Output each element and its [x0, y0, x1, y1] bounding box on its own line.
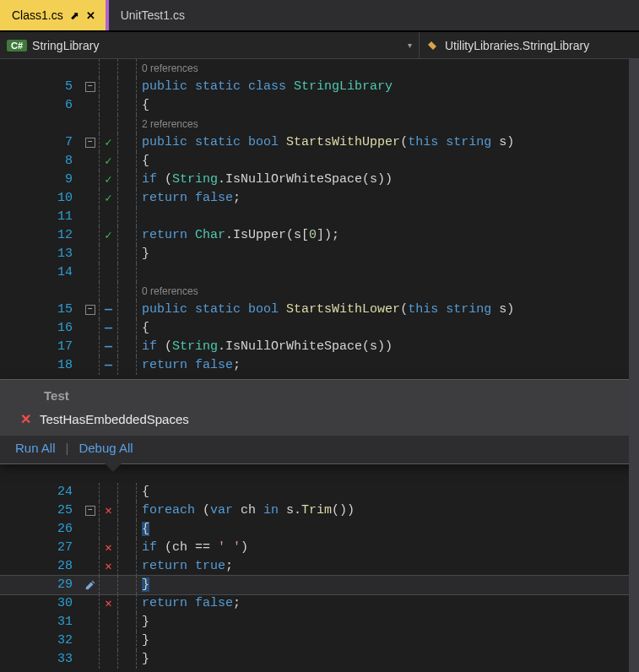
separator: |	[66, 441, 69, 455]
fold-toggle-icon[interactable]: −	[85, 82, 95, 92]
codelens-references[interactable]: 0 references	[142, 62, 198, 74]
tab-unittest1[interactable]: UnitTest1.cs	[109, 0, 195, 30]
code-line: return false;	[137, 594, 639, 613]
code-line: return false;	[137, 356, 639, 375]
tab-label: Class1.cs	[12, 8, 63, 22]
test-fail-icon: ✕	[105, 557, 111, 576]
test-results-popup: Test ✕ TestHasEmbeddedSpaces Run All | D…	[0, 379, 639, 464]
line-number: 10	[0, 189, 81, 208]
test-pass-icon: ✓	[105, 171, 111, 189]
coverage-bar-icon: —	[105, 319, 112, 338]
csharp-badge-icon: C#	[7, 40, 27, 51]
debug-all-link[interactable]: Debug All	[79, 441, 133, 455]
code-line: }	[137, 245, 639, 263]
line-number: 30	[0, 594, 81, 613]
line-number: 32	[0, 631, 81, 650]
popup-pointer-icon	[103, 462, 123, 472]
code-line: {	[137, 96, 639, 115]
pin-icon[interactable]: ⬈	[70, 9, 79, 22]
test-pass-icon: ✓	[105, 133, 111, 152]
popup-header: Test	[0, 380, 639, 408]
fold-toggle-icon[interactable]: −	[85, 138, 95, 148]
code-editor[interactable]: . 0 references 5 − public static class S…	[0, 59, 639, 672]
test-fail-icon: ✕	[105, 501, 111, 520]
line-number: 15	[0, 301, 81, 319]
code-line: foreach (var ch in s.Trim())	[137, 501, 639, 520]
run-all-link[interactable]: Run All	[15, 441, 56, 455]
line-number: 8	[0, 152, 81, 171]
failed-test-item[interactable]: ✕ TestHasEmbeddedSpaces	[0, 408, 639, 436]
line-number: 12	[0, 226, 81, 245]
edit-pencil-icon	[84, 579, 96, 591]
fold-toggle-icon[interactable]: −	[85, 506, 95, 516]
code-line: return true;	[137, 557, 639, 576]
line-number: 9	[0, 171, 81, 189]
line-number: 29	[0, 576, 81, 594]
code-line: public static bool StartsWithLower(this …	[137, 301, 639, 319]
code-line: {	[137, 483, 639, 501]
test-pass-icon: ✓	[105, 226, 111, 245]
tab-bar: Class1.cs ⬈ ✕ UnitTest1.cs	[0, 0, 639, 32]
line-number: 11	[0, 208, 81, 226]
code-line: }	[137, 576, 639, 594]
test-pass-icon: ✓	[105, 152, 111, 171]
code-line: {	[137, 520, 639, 539]
line-number: 17	[0, 338, 81, 356]
line-number: 7	[0, 133, 81, 152]
breadcrumb: C# StringLibrary ▾ UtilityLibraries.Stri…	[0, 32, 639, 59]
class-icon	[426, 39, 440, 52]
line-number: 31	[0, 613, 81, 631]
line-number: 13	[0, 245, 81, 263]
line-number: 5	[0, 78, 81, 96]
failed-test-name: TestHasEmbeddedSpaces	[40, 412, 189, 426]
line-number: 28	[0, 557, 81, 576]
code-line: }	[137, 631, 639, 650]
code-line: {	[137, 152, 639, 171]
test-fail-icon: ✕	[20, 411, 31, 427]
coverage-bar-icon: —	[105, 301, 112, 319]
coverage-bar-icon: —	[105, 356, 112, 375]
codelens-references[interactable]: 0 references	[142, 285, 198, 297]
fold-toggle-icon[interactable]: −	[85, 305, 95, 315]
close-icon[interactable]: ✕	[86, 9, 95, 22]
code-line: public static class StringLibrary	[137, 78, 639, 96]
coverage-bar-icon: —	[105, 338, 112, 356]
line-number: 26	[0, 520, 81, 539]
breadcrumb-class[interactable]: UtilityLibraries.StringLibrary	[420, 32, 639, 58]
chevron-down-icon[interactable]: ▾	[408, 41, 412, 50]
code-line: return Char.IsUpper(s[0]);	[137, 226, 639, 245]
code-line: public static bool StartsWithUpper(this …	[137, 133, 639, 152]
line-number: 16	[0, 319, 81, 338]
line-number: 27	[0, 539, 81, 557]
code-line: {	[137, 319, 639, 338]
code-line: if (ch == ' ')	[137, 539, 639, 557]
line-number: 14	[0, 263, 81, 282]
codelens-references[interactable]: 2 references	[142, 118, 198, 130]
line-number: 33	[0, 650, 81, 669]
code-line: if (String.IsNullOrWhiteSpace(s))	[137, 338, 639, 356]
test-pass-icon: ✓	[105, 189, 111, 208]
line-number: 25	[0, 501, 81, 520]
breadcrumb-namespace[interactable]: C# StringLibrary ▾	[0, 32, 420, 58]
scrollbar[interactable]	[629, 59, 639, 672]
test-fail-icon: ✕	[105, 594, 111, 613]
code-line: }	[137, 613, 639, 631]
line-number: 24	[0, 483, 81, 501]
tab-label: UnitTest1.cs	[121, 8, 185, 22]
breadcrumb-right-label: UtilityLibraries.StringLibrary	[445, 39, 589, 52]
code-line: }	[137, 650, 639, 669]
line-number: 6	[0, 96, 81, 115]
line-number: 18	[0, 356, 81, 375]
code-line: if (String.IsNullOrWhiteSpace(s))	[137, 171, 639, 189]
tab-class1[interactable]: Class1.cs ⬈ ✕	[0, 0, 109, 30]
breadcrumb-left-label: StringLibrary	[32, 39, 99, 52]
test-fail-icon: ✕	[105, 539, 111, 557]
code-line: return false;	[137, 189, 639, 208]
